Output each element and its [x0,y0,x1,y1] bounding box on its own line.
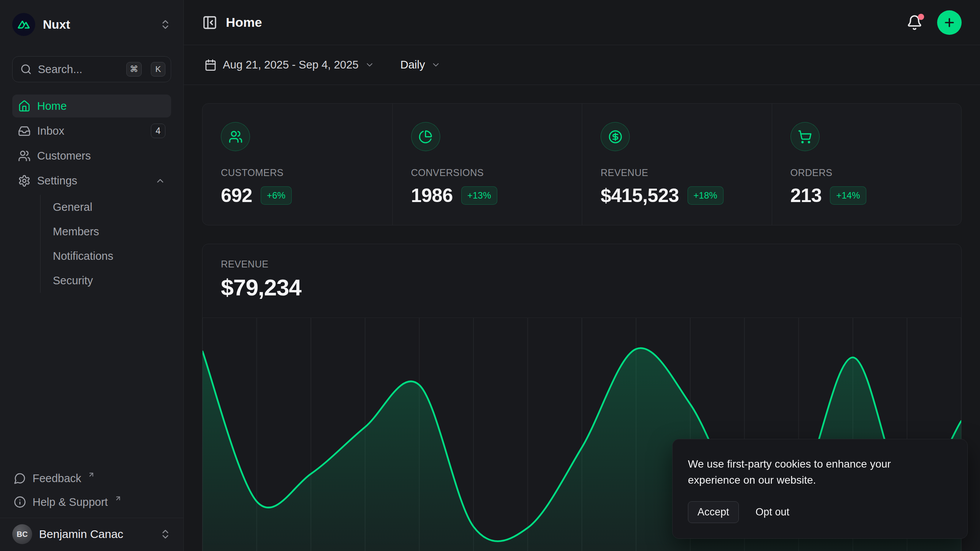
house-icon [18,100,31,112]
delta-badge: +18% [688,186,724,205]
stat-card-customers[interactable]: CUSTOMERS 692 +6% [203,104,392,225]
date-range-picker[interactable]: Aug 21, 2025 - Sep 4, 2025 [202,55,377,75]
chevron-down-icon [365,60,374,70]
accept-cookies-button[interactable]: Accept [688,501,739,523]
gear-icon [18,174,31,187]
subitem-label: Notifications [53,250,113,262]
header-actions [906,10,962,35]
sidebar: Nuxt ⌘ K Home Inbox 4 Customers [0,0,184,551]
sidebar-item-label: Customers [37,150,91,162]
stat-value: 692 [221,184,252,207]
stat-label: REVENUE [601,167,753,178]
panel-left-icon [202,15,217,30]
user-name: Benjamin Canac [39,528,123,541]
user-menu[interactable]: BC Benjamin Canac [12,524,171,544]
delta-badge: +6% [261,186,292,205]
sidebar-footer: Feedback Help & Support [0,463,183,518]
shopping-cart-icon [791,122,820,151]
external-link-icon [88,471,95,478]
revenue-chart-header: REVENUE $79,234 [203,244,961,301]
stat-value: 1986 [411,184,453,207]
feedback-link[interactable]: Feedback [12,466,171,490]
subitem-label: Security [53,274,93,287]
avatar: BC [12,524,32,544]
sidebar-item-label: Home [37,100,67,112]
stat-label: ORDERS [791,167,943,178]
message-circle-icon [14,472,26,484]
optout-cookies-button[interactable]: Opt out [754,502,791,523]
kbd-cmd: ⌘ [126,62,142,77]
cookie-banner: We use first-party cookies to enhance yo… [672,439,968,539]
search-input[interactable] [38,63,120,76]
revenue-total: $79,234 [221,274,943,301]
page-title: Home [226,15,262,30]
info-icon [14,496,26,508]
users-icon [18,150,31,162]
inbox-icon [18,125,31,137]
help-support-link[interactable]: Help & Support [12,490,171,514]
sidebar-item-customers[interactable]: Customers [12,144,171,167]
sidebar-item-settings[interactable]: Settings [12,169,171,192]
pie-chart-icon [411,122,440,151]
collapse-sidebar-button[interactable] [202,15,217,30]
sidebar-item-inbox[interactable]: Inbox 4 [12,119,171,142]
revenue-label: REVENUE [221,259,943,270]
nuxt-logo-icon [12,13,35,36]
stat-card-conversions[interactable]: CONVERSIONS 1986 +13% [392,104,582,225]
delta-badge: +14% [830,186,866,205]
calendar-icon [204,59,217,71]
stats-grid: CUSTOMERS 692 +6% CONVERSIONS 1986 +13% [202,103,962,225]
sidebar-item-label: Inbox [37,125,64,137]
notification-dot [918,14,924,20]
add-button[interactable] [937,10,962,35]
dollar-circle-icon [601,122,630,151]
granularity-label: Daily [400,59,425,71]
cookie-actions: Accept Opt out [688,501,952,523]
workspace-name: Nuxt [43,18,70,32]
plus-icon [943,16,956,29]
sidebar-nav: Home Inbox 4 Customers Settings General … [0,95,183,293]
kbd-k: K [151,62,165,77]
stat-card-revenue[interactable]: REVENUE $415,523 +18% [582,104,772,225]
delta-badge: +13% [461,186,497,205]
footer-link-label: Help & Support [33,496,108,509]
sidebar-subitem-general[interactable]: General [41,195,171,219]
footer-link-label: Feedback [33,472,81,485]
users-icon [221,122,250,151]
cookie-message: We use first-party cookies to enhance yo… [688,456,910,488]
notifications-button[interactable] [906,15,923,31]
sidebar-subitem-notifications[interactable]: Notifications [41,244,171,268]
inbox-count-badge: 4 [151,124,165,138]
workspace-switcher[interactable]: Nuxt [0,13,183,36]
date-range-label: Aug 21, 2025 - Sep 4, 2025 [223,59,359,71]
chevron-down-icon [431,60,441,70]
stat-value: 213 [791,184,822,207]
sidebar-item-home[interactable]: Home [12,95,171,117]
external-link-icon [114,495,122,502]
stat-card-orders[interactable]: ORDERS 213 +14% [772,104,962,225]
filters-toolbar: Aug 21, 2025 - Sep 4, 2025 Daily [184,45,980,85]
stat-label: CUSTOMERS [221,167,374,178]
sidebar-subitem-security[interactable]: Security [41,268,171,293]
search-input-wrap[interactable]: ⌘ K [12,56,171,82]
subitem-label: Members [53,225,99,238]
granularity-select[interactable]: Daily [398,55,443,75]
chevrons-up-down-icon [160,19,171,30]
sidebar-item-label: Settings [37,174,77,187]
sidebar-user-section: BC Benjamin Canac [0,518,183,551]
stat-label: CONVERSIONS [411,167,564,178]
settings-subnav: General Members Notifications Security [40,195,171,293]
search-icon [20,64,32,75]
subitem-label: General [53,201,92,214]
page-header: Home [184,0,980,45]
chevron-up-icon [155,176,165,186]
chevrons-up-down-icon [160,528,171,540]
sidebar-subitem-members[interactable]: Members [41,219,171,244]
stat-value: $415,523 [601,184,679,207]
